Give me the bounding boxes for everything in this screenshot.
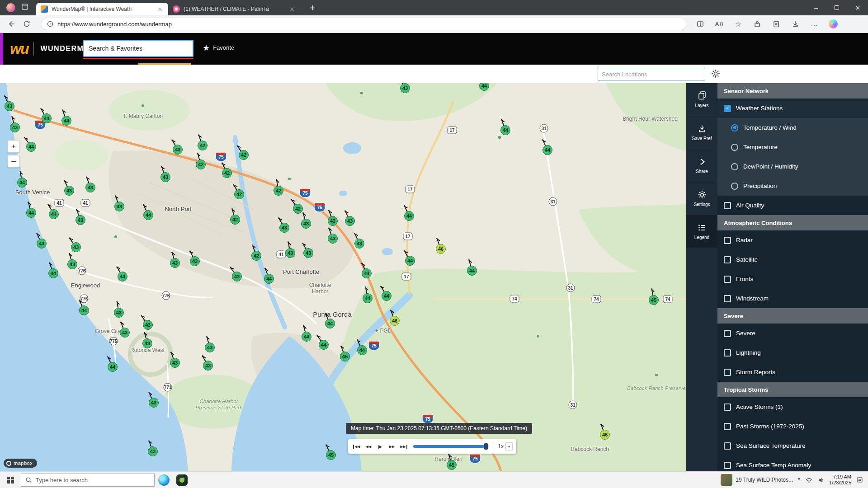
address-bar[interactable]: https://www.wunderground.com/wundermap [41, 18, 687, 30]
layer-row-temperature[interactable]: Temperature [717, 137, 868, 157]
new-tab-button[interactable]: + [307, 3, 318, 12]
layer-row-lightning[interactable]: Lightning [717, 343, 868, 362]
speed-dropdown-icon[interactable]: ▾ [505, 442, 513, 450]
taskbar-search[interactable]: Type here to search [21, 474, 155, 487]
station-temperature: 44 [479, 83, 489, 91]
mapbox-attribution[interactable]: mapbox [4, 459, 37, 468]
start-button[interactable] [0, 472, 21, 488]
browser-tab-wundermap[interactable]: WunderMap® | Interactive Weath × [36, 3, 168, 15]
playback-speed[interactable]: 1x ▾ [494, 442, 513, 450]
collections-icon[interactable] [768, 17, 785, 31]
checkbox-radar[interactable] [724, 237, 731, 244]
minimize-button[interactable]: – [806, 0, 826, 15]
share-button[interactable]: Share [686, 149, 717, 182]
zoom-in-button[interactable]: + [7, 140, 20, 153]
tab-close-icon[interactable]: × [288, 5, 296, 13]
app-taskbar-icon[interactable] [173, 472, 191, 488]
checkbox-satellite[interactable] [724, 256, 731, 263]
layer-row-radar[interactable]: Radar [717, 230, 868, 250]
back-button[interactable] [4, 17, 19, 31]
taskbar-clock[interactable]: 7:19 AM 1/23/2025 [829, 474, 851, 486]
split-screen-icon[interactable] [692, 17, 709, 31]
read-aloud-icon[interactable]: A [711, 17, 728, 31]
browser-tab-weather-climate[interactable]: (1) WEATHER / CLIMATE - PalmTa × [168, 3, 300, 15]
layer-row-dewpoint-humidity[interactable]: DewPoint / Humidity [717, 157, 868, 176]
layer-row-severe[interactable]: Severe [717, 324, 868, 343]
copilot-icon[interactable] [825, 17, 842, 31]
play-button[interactable]: ▶ [375, 441, 385, 451]
checkbox-air-quality[interactable] [724, 202, 731, 209]
rewind-button[interactable]: ◀◀ [363, 441, 373, 451]
station-temperature: 43 [328, 216, 338, 226]
network-icon[interactable] [805, 477, 813, 483]
wu-logo[interactable]: wu [10, 41, 28, 57]
panel-section-severe: Severe [717, 308, 868, 324]
profile-avatar-icon[interactable] [6, 3, 15, 12]
site-info-icon[interactable] [47, 20, 54, 28]
checkbox-sea-surface-temperature[interactable] [724, 442, 731, 450]
checkbox-fronts[interactable] [724, 276, 731, 283]
zoom-out-button[interactable]: − [7, 155, 20, 168]
settings-button[interactable]: Settings [686, 182, 717, 215]
fast-forward-button[interactable]: ▶▶ [387, 441, 397, 451]
refresh-button[interactable] [19, 17, 34, 31]
news-widget[interactable]: 19 Truly WILD Photos... [721, 474, 793, 486]
station-temperature: 43 [114, 308, 124, 318]
downloads-icon[interactable] [787, 17, 804, 31]
layers-button[interactable]: Layers [686, 83, 717, 116]
tab-actions-icon[interactable] [22, 4, 28, 12]
checkbox-sea-surface-temp-anomaly[interactable] [724, 462, 731, 469]
layer-row-sea-surface-temperature[interactable]: Sea Surface Temperature [717, 436, 868, 455]
skip-to-start-button[interactable]: ◀◀ [352, 441, 362, 451]
skip-to-end-button[interactable]: ▶▶ [399, 441, 409, 451]
search-favorites-input[interactable] [83, 40, 193, 57]
layer-row-precipitation[interactable]: Precipitation [717, 176, 868, 196]
layer-row-past-storms-1972-2025[interactable]: Past Storms (1972-2025) [717, 417, 868, 436]
layer-row-weather-stations[interactable]: ✓Weather Stations [717, 99, 868, 118]
layer-label: Sea Surface Temperature [736, 442, 806, 449]
edge-taskbar-icon[interactable] [155, 472, 173, 488]
legend-button[interactable]: Legend [686, 215, 717, 248]
wundermap-header: wu WUNDERMAP ★ Favorite [0, 33, 868, 65]
hidden-icons-caret[interactable]: ^ [797, 477, 801, 483]
station-temperature: 43 [120, 328, 130, 338]
favorite-button[interactable]: ★ Favorite [203, 43, 234, 52]
layer-row-windstream[interactable]: Windstream [717, 289, 868, 308]
more-menu-icon[interactable]: … [806, 17, 823, 31]
volume-icon[interactable] [817, 477, 825, 483]
favorites-star-icon[interactable]: ☆ [730, 17, 747, 31]
search-locations-input[interactable] [598, 68, 705, 80]
station-temperature: 44 [357, 345, 367, 355]
checkbox-active-storms-1[interactable] [724, 404, 731, 411]
checkbox-past-storms-1972-2025[interactable] [724, 423, 731, 430]
layer-row-satellite[interactable]: Satellite [717, 250, 868, 269]
radio-precipitation[interactable] [731, 183, 738, 190]
layer-row-sea-surface-temp-anomaly[interactable]: Sea Surface Temp Anomaly [717, 455, 868, 471]
layer-row-air-quality[interactable]: Air Quality [717, 196, 868, 215]
map[interactable]: 7575757575757517171717313131314141417474… [0, 83, 686, 471]
maximize-button[interactable] [826, 0, 847, 15]
close-button[interactable]: × [847, 0, 868, 15]
station-temperature: 42 [293, 204, 303, 214]
slider-handle[interactable] [484, 443, 488, 450]
checkbox-windstream[interactable] [724, 295, 731, 302]
radio-temperature[interactable] [731, 144, 738, 151]
radio-temperature-wind[interactable] [731, 124, 738, 131]
action-center-icon[interactable] [856, 476, 863, 483]
extensions-icon[interactable] [749, 17, 766, 31]
tab-close-icon[interactable]: × [156, 5, 164, 13]
layer-row-temperature-wind[interactable]: Temperature / Wind [717, 118, 868, 137]
checkbox-weather-stations[interactable]: ✓ [724, 105, 731, 112]
layer-row-storm-reports[interactable]: Storm Reports [717, 362, 868, 382]
checkbox-severe[interactable] [724, 330, 731, 337]
timeline-slider[interactable] [413, 443, 489, 450]
layer-row-fronts[interactable]: Fronts [717, 269, 868, 289]
radio-dewpoint-humidity[interactable] [731, 163, 738, 170]
save-pref-button[interactable]: Save Pref [686, 116, 717, 149]
layer-label: Storm Reports [736, 369, 775, 375]
station-temperature: 44 [404, 211, 414, 221]
layer-row-active-storms-1[interactable]: Active Storms (1) [717, 397, 868, 417]
checkbox-storm-reports[interactable] [724, 369, 731, 376]
checkbox-lightning[interactable] [724, 349, 731, 357]
map-settings-gear-icon[interactable] [711, 69, 721, 80]
